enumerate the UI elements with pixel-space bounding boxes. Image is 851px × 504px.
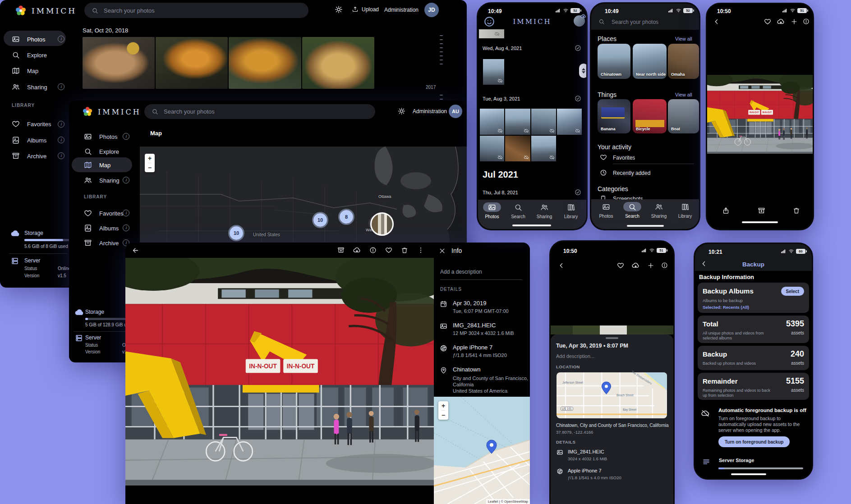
back-icon[interactable] (132, 247, 139, 254)
nav-library-label[interactable]: Library (564, 214, 578, 219)
photo-viewer-image[interactable]: IN-N-OUT IN-N-OUT (707, 75, 813, 154)
map-cluster[interactable]: 10 (228, 225, 244, 241)
nav-library-icon[interactable] (567, 203, 575, 211)
photo-thumbnail[interactable] (531, 109, 556, 135)
timeline-scrubber[interactable] (440, 35, 443, 64)
sidebar-item-photos[interactable]: Photos (12, 35, 45, 43)
map-photo-marker[interactable] (370, 212, 394, 236)
upload-button[interactable]: Upload (352, 6, 379, 13)
place-card[interactable]: Chinatown (598, 44, 630, 79)
nav-library-label[interactable]: Library (678, 214, 692, 219)
map-zoom-control[interactable]: + − (145, 154, 155, 172)
avatar[interactable]: AU (449, 105, 462, 118)
favorite-icon[interactable] (617, 262, 624, 269)
nav-search-label[interactable]: Search (511, 214, 525, 219)
place-card[interactable]: Omaha (668, 44, 699, 79)
back-chevron-icon[interactable] (558, 262, 565, 269)
sidebar-item-sharing[interactable]: Sharing (84, 176, 120, 184)
sidebar-item-archive[interactable]: Archive (84, 239, 119, 247)
photo-peek-strip[interactable] (551, 325, 673, 334)
nav-sharing-label[interactable]: Sharing (651, 214, 667, 219)
sidebar-item-favorites[interactable]: Favorites (84, 209, 123, 217)
thing-card[interactable]: Bicycle (633, 99, 667, 133)
photo-thumbnail[interactable] (156, 37, 228, 89)
archive-icon[interactable] (337, 247, 345, 254)
theme-toggle-icon[interactable] (398, 107, 405, 115)
description-input[interactable]: Add description... (556, 353, 594, 359)
zoom-out-button[interactable]: − (442, 410, 445, 420)
sheet-drag-handle[interactable] (606, 337, 618, 339)
archive-icon[interactable] (758, 207, 765, 215)
search-input[interactable] (163, 108, 368, 115)
upload-cloud-icon[interactable] (777, 18, 785, 26)
nav-sharing-icon[interactable] (655, 203, 663, 211)
map-zoom-control[interactable]: + − (438, 401, 448, 420)
select-button[interactable]: Select (781, 287, 804, 296)
select-day-check-icon[interactable] (575, 45, 581, 51)
nav-search-label[interactable]: Search (625, 214, 639, 219)
select-day-check-icon[interactable] (575, 189, 581, 196)
sidebar-item-map[interactable]: Map (84, 161, 110, 169)
theme-toggle-icon[interactable] (335, 5, 343, 14)
info-icon[interactable] (661, 262, 668, 269)
close-icon[interactable] (439, 247, 446, 254)
photo-thumbnail[interactable] (557, 109, 582, 135)
administration-link[interactable]: Administration (413, 108, 447, 115)
delete-icon[interactable] (401, 247, 408, 254)
photo-thumbnail[interactable] (531, 136, 556, 161)
photo-thumbnail[interactable] (302, 37, 374, 89)
sidebar-item-explore[interactable]: Explore (12, 51, 47, 59)
photo-thumbnail[interactable] (229, 37, 301, 89)
description-input[interactable]: Add a description (440, 269, 482, 275)
places-view-all[interactable]: View all (675, 36, 692, 41)
share-icon[interactable] (722, 207, 730, 215)
map-cluster[interactable]: 8 (338, 209, 354, 225)
sidebar-item-archive[interactable]: Archive (12, 152, 46, 160)
photo-viewer-image[interactable]: IN-N-OUT IN-N-OUT (125, 258, 434, 486)
turn-on-backup-button[interactable]: Turn on foreground backup (718, 436, 790, 447)
nav-library-icon[interactable] (681, 203, 689, 211)
sidebar-item-favorites[interactable]: Favorites (12, 120, 51, 128)
favorites-item[interactable]: Favorites (613, 155, 635, 161)
photo-thumbnail[interactable] (483, 59, 504, 85)
photo-thumbnail[interactable] (83, 37, 155, 89)
location-map[interactable] (557, 372, 667, 418)
sidebar-item-map[interactable]: Map (12, 67, 38, 75)
back-chevron-icon[interactable] (713, 18, 720, 25)
nav-photos-icon[interactable] (488, 203, 496, 211)
photo-thumbnail[interactable] (505, 109, 530, 135)
zoom-in-button[interactable]: + (442, 401, 445, 410)
administration-link[interactable]: Administration (384, 7, 419, 13)
nav-photos-icon[interactable] (602, 203, 610, 211)
things-view-all[interactable]: View all (675, 92, 692, 97)
thing-card[interactable]: Boat (668, 99, 699, 133)
nav-search-icon[interactable] (628, 203, 636, 211)
map-attribution[interactable]: Leaflet | © OpenStreetMap (486, 499, 530, 504)
search-bar[interactable] (144, 104, 375, 119)
add-icon[interactable] (791, 18, 798, 25)
map-cluster[interactable]: 10 (312, 212, 328, 228)
more-options-icon[interactable] (417, 247, 424, 254)
nav-photos-label[interactable]: Photos (599, 214, 613, 219)
nav-sharing-icon[interactable] (540, 203, 548, 211)
nav-photos-label[interactable]: Photos (485, 214, 499, 219)
photo-thumbnail[interactable] (480, 109, 504, 135)
download-icon[interactable] (353, 247, 361, 254)
search-input[interactable]: Search your photos (612, 19, 658, 25)
zoom-out-button[interactable]: − (148, 163, 152, 172)
sidebar-item-sharing[interactable]: Sharing (12, 83, 47, 91)
detail-location-row[interactable]: Chinatown City and County of San Francis… (440, 366, 528, 394)
sidebar-item-explore[interactable]: Explore (84, 147, 119, 156)
delete-icon[interactable] (793, 207, 800, 214)
thing-card[interactable]: Banana (598, 99, 630, 133)
avatar[interactable]: JD (424, 3, 439, 17)
scroll-handle[interactable] (579, 64, 588, 78)
info-icon[interactable] (803, 18, 810, 25)
sidebar-item-photos[interactable]: Photos (84, 133, 117, 141)
select-day-check-icon[interactable] (575, 95, 581, 102)
place-card[interactable]: Near north side (633, 44, 667, 79)
nav-sharing-label[interactable]: Sharing (537, 214, 552, 219)
photo-thumbnail[interactable] (505, 136, 530, 161)
sidebar-item-albums[interactable]: Albums (12, 136, 46, 144)
zoom-in-button[interactable]: + (148, 154, 152, 163)
